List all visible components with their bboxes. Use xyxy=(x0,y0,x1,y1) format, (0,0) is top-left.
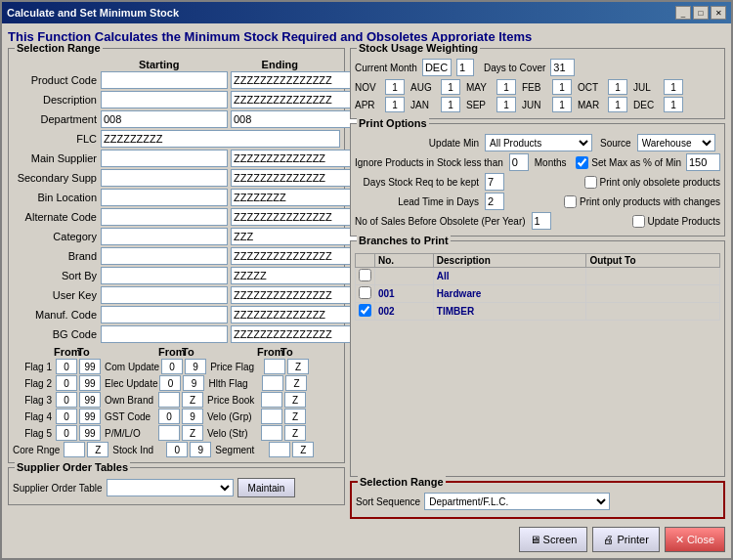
flag4-from3[interactable] xyxy=(261,409,282,424)
category-start[interactable] xyxy=(101,228,228,245)
flag3-to[interactable] xyxy=(79,392,101,408)
category-end[interactable] xyxy=(231,228,358,245)
jun-input[interactable] xyxy=(552,97,572,112)
bg-code-start[interactable] xyxy=(101,325,228,343)
core-rnge-from[interactable] xyxy=(64,442,85,457)
oct-input[interactable] xyxy=(608,79,627,95)
flag4-to[interactable] xyxy=(79,409,101,424)
current-month-input[interactable] xyxy=(422,59,452,76)
product-code-start[interactable] xyxy=(101,71,228,89)
may-input[interactable] xyxy=(496,79,516,95)
set-max-input[interactable] xyxy=(686,153,720,171)
flag5-to[interactable] xyxy=(79,425,101,441)
supplier-order-select[interactable] xyxy=(107,479,234,496)
product-code-end[interactable] xyxy=(231,71,358,89)
flag2-to3[interactable] xyxy=(285,375,307,391)
department-end[interactable] xyxy=(231,110,358,128)
core-rnge-to2[interactable] xyxy=(190,442,211,457)
core-rnge-to[interactable] xyxy=(87,442,108,457)
sep-input[interactable] xyxy=(496,97,516,112)
flag3-from3[interactable] xyxy=(261,392,282,408)
user-key-start[interactable] xyxy=(101,286,228,304)
dec-input[interactable] xyxy=(664,97,683,112)
ignore-input[interactable] xyxy=(509,153,529,171)
flag5-from[interactable] xyxy=(56,425,77,441)
flag5-from3[interactable] xyxy=(261,425,282,441)
flag5-from2[interactable] xyxy=(158,425,180,441)
minimize-button[interactable]: _ xyxy=(675,6,691,20)
nov-input[interactable] xyxy=(385,79,405,95)
flag1-from3[interactable] xyxy=(264,359,285,374)
department-start[interactable] xyxy=(101,110,228,128)
description-start[interactable] xyxy=(101,91,228,108)
close-window-button[interactable]: ✕ xyxy=(711,6,726,20)
branch-002-checkbox[interactable] xyxy=(359,304,371,317)
flag1-to3[interactable] xyxy=(287,359,309,374)
jul-input[interactable] xyxy=(664,79,683,95)
flag2-from3[interactable] xyxy=(262,375,283,391)
branch-001-checkbox[interactable] xyxy=(359,286,371,299)
days-stock-input[interactable] xyxy=(485,173,504,191)
flag1-from2[interactable] xyxy=(161,359,183,374)
maintain-button[interactable]: Maintain xyxy=(237,478,296,497)
manuf-code-end[interactable] xyxy=(231,306,358,323)
lead-time-input[interactable] xyxy=(485,193,504,210)
flag2-to[interactable] xyxy=(79,375,101,391)
maximize-button[interactable]: □ xyxy=(693,6,709,20)
print-obsolete-checkbox[interactable] xyxy=(584,176,597,189)
sort-by-start[interactable] xyxy=(101,267,228,284)
flag3-to2[interactable] xyxy=(182,392,203,408)
secondary-supp-end[interactable] xyxy=(231,169,358,187)
bg-code-end[interactable] xyxy=(231,325,358,343)
flag5-to2[interactable] xyxy=(182,425,203,441)
flag2-to2[interactable] xyxy=(183,375,204,391)
user-key-end[interactable] xyxy=(231,286,358,304)
branch-all-checkbox[interactable] xyxy=(359,269,371,281)
current-month-num[interactable] xyxy=(456,59,474,76)
brand-start[interactable] xyxy=(101,247,228,265)
update-min-select[interactable]: All Products Selected Products None xyxy=(485,134,592,151)
flc-end[interactable] xyxy=(101,130,340,148)
flag5-to3[interactable] xyxy=(284,425,306,441)
secondary-supp-start[interactable] xyxy=(101,169,228,187)
source-select[interactable]: Warehouse Sales xyxy=(637,134,715,151)
brand-end[interactable] xyxy=(231,247,358,265)
flag3-to3[interactable] xyxy=(284,392,306,408)
apr-input[interactable] xyxy=(385,97,405,112)
bin-location-start[interactable] xyxy=(101,189,228,206)
aug-input[interactable] xyxy=(441,79,460,95)
screen-button[interactable]: 🖥 Screen xyxy=(519,527,588,552)
alternate-code-end[interactable] xyxy=(231,208,358,226)
core-rnge-from2[interactable] xyxy=(166,442,188,457)
flag2-from2[interactable] xyxy=(159,375,181,391)
flag3-from2[interactable] xyxy=(158,392,180,408)
mar-input[interactable] xyxy=(608,97,627,112)
bin-location-end[interactable] xyxy=(231,189,358,206)
core-rnge-from3[interactable] xyxy=(269,442,290,457)
flag4-from[interactable] xyxy=(56,409,77,424)
main-supplier-start[interactable] xyxy=(101,150,228,167)
close-button[interactable]: ✕ Close xyxy=(665,527,725,552)
flag4-from2[interactable] xyxy=(158,409,180,424)
jan-input[interactable] xyxy=(441,97,460,112)
update-products-checkbox[interactable] xyxy=(632,215,645,228)
flag3-from[interactable] xyxy=(56,392,77,408)
description-end[interactable] xyxy=(231,91,358,108)
sort-by-end[interactable] xyxy=(231,267,358,284)
alternate-code-start[interactable] xyxy=(101,208,228,226)
print-changes-checkbox[interactable] xyxy=(564,195,577,208)
manuf-code-start[interactable] xyxy=(101,306,228,323)
set-max-checkbox[interactable] xyxy=(576,156,588,169)
flag1-from[interactable] xyxy=(56,359,77,374)
main-supplier-end[interactable] xyxy=(231,150,358,167)
flag1-to2[interactable] xyxy=(185,359,206,374)
core-rnge-to3[interactable] xyxy=(292,442,314,457)
days-to-cover-input[interactable] xyxy=(550,59,575,76)
feb-input[interactable] xyxy=(552,79,572,95)
sort-sequence-select[interactable]: Department/F.L.C. Product Code Descripti… xyxy=(424,493,610,510)
printer-button[interactable]: 🖨 Printer xyxy=(592,527,659,552)
flag4-to2[interactable] xyxy=(182,409,203,424)
no-sales-input[interactable] xyxy=(532,212,551,230)
flag2-from[interactable] xyxy=(56,375,77,391)
flag1-to[interactable] xyxy=(79,359,101,374)
